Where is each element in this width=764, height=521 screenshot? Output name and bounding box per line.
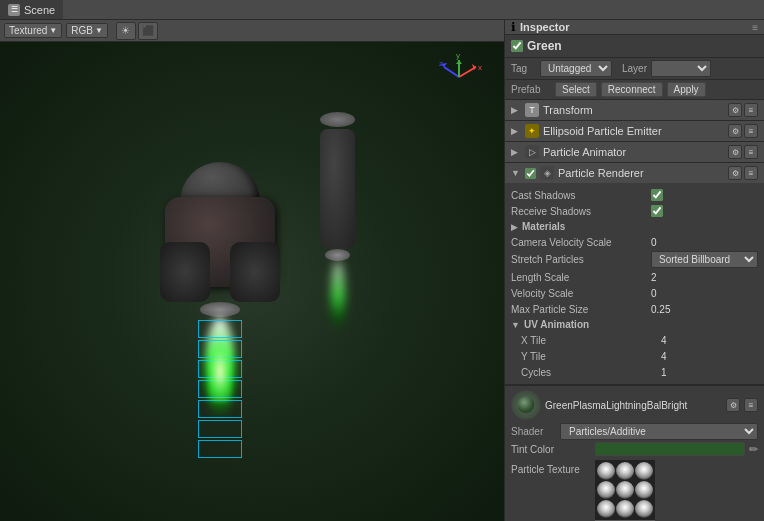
camera-velocity-scale-value[interactable]: 0 <box>651 237 758 248</box>
camera-velocity-scale-label: Camera Velocity Scale <box>511 237 651 248</box>
prefab-reconnect-button[interactable]: Reconnect <box>601 82 663 97</box>
svg-text:y: y <box>456 52 460 60</box>
shader-row: Shader Particles/Additive <box>511 423 758 440</box>
sprite-cell-5 <box>616 481 634 499</box>
receive-shadows-label: Receive Shadows <box>511 206 651 217</box>
tag-dropdown[interactable]: Untagged <box>540 60 612 77</box>
svg-text:x: x <box>478 63 482 72</box>
object-enabled-checkbox[interactable] <box>511 40 523 52</box>
camera-velocity-scale-row: Camera Velocity Scale 0 <box>511 234 758 250</box>
emitter-menu-button[interactable]: ≡ <box>744 124 758 138</box>
inspector-menu-icon[interactable]: ≡ <box>752 22 758 33</box>
transform-arrow-icon: ▶ <box>511 105 521 115</box>
eyedropper-icon[interactable]: ✏ <box>749 443 758 456</box>
renderer-enabled-checkbox[interactable] <box>525 168 536 179</box>
velocity-scale-value[interactable]: 0 <box>651 288 758 299</box>
renderer-header[interactable]: ▼ ◈ Particle Renderer ⚙ ≡ <box>505 163 764 183</box>
y-tile-row: Y Tile 4 <box>511 348 758 364</box>
shader-label: Shader <box>511 426 556 437</box>
length-scale-value[interactable]: 2 <box>651 272 758 283</box>
renderer-name: Particle Renderer <box>558 167 724 179</box>
stretch-particles-row: Stretch Particles Sorted Billboard <box>511 250 758 269</box>
tint-color-row: Tint Color ✏ <box>511 440 758 458</box>
cast-shadows-checkbox[interactable] <box>651 189 663 201</box>
animator-component: ▶ ▷ Particle Animator ⚙ ≡ <box>505 142 764 163</box>
length-scale-row: Length Scale 2 <box>511 269 758 285</box>
scene-tab[interactable]: ☰ Scene <box>0 0 63 19</box>
svg-line-1 <box>444 67 459 77</box>
uv-animation-section-header[interactable]: ▼ UV Animation <box>511 317 758 332</box>
cast-shadows-label: Cast Shadows <box>511 190 651 201</box>
transform-edit-button[interactable]: ⚙ <box>728 103 742 117</box>
transform-header[interactable]: ▶ T Transform ⚙ ≡ <box>505 100 764 120</box>
animator-header[interactable]: ▶ ▷ Particle Animator ⚙ ≡ <box>505 142 764 162</box>
animator-arrow-icon: ▶ <box>511 147 521 157</box>
texture-preview[interactable]: Select <box>595 460 655 521</box>
velocity-scale-label: Velocity Scale <box>511 288 651 299</box>
y-tile-label: Y Tile <box>521 351 661 362</box>
renderer-menu-button[interactable]: ≡ <box>744 166 758 180</box>
length-scale-label: Length Scale <box>511 272 651 283</box>
material-menu-button[interactable]: ≡ <box>744 398 758 412</box>
emitter-icon: ✦ <box>525 124 539 138</box>
view-mode-dropdown[interactable]: Textured ▼ <box>4 23 62 38</box>
emitter-edit-button[interactable]: ⚙ <box>728 124 742 138</box>
materials-section-header[interactable]: ▶ Materials <box>511 219 758 234</box>
material-icon <box>511 390 541 420</box>
transform-component: ▶ T Transform ⚙ ≡ <box>505 100 764 121</box>
receive-shadows-checkbox[interactable] <box>651 205 663 217</box>
object-header: Green <box>505 35 764 58</box>
sprite-cell-3 <box>635 462 653 480</box>
transform-menu-button[interactable]: ≡ <box>744 103 758 117</box>
axis-gizmo: x z y <box>434 52 484 102</box>
sprite-cell-1 <box>597 462 615 480</box>
prefab-apply-button[interactable]: Apply <box>667 82 706 97</box>
animator-edit-button[interactable]: ⚙ <box>728 145 742 159</box>
material-header-row: GreenPlasmaLightningBalBright ⚙ ≡ <box>511 390 758 420</box>
camera-icon[interactable]: ⬛ <box>138 22 158 40</box>
view-mode-label: Textured <box>9 25 47 36</box>
max-particle-size-value[interactable]: 0.25 <box>651 304 758 315</box>
channel-label: RGB <box>71 25 93 36</box>
tint-color-label: Tint Color <box>511 444 591 455</box>
svg-point-9 <box>517 396 535 414</box>
renderer-body: Cast Shadows Receive Shadows ▶ Materials… <box>505 183 764 384</box>
shader-dropdown[interactable]: Particles/Additive <box>560 423 758 440</box>
scene-tab-icon: ☰ <box>8 4 20 16</box>
object-name: Green <box>527 39 562 53</box>
renderer-edit-button[interactable]: ⚙ <box>728 166 742 180</box>
material-edit-button[interactable]: ⚙ <box>726 398 740 412</box>
svg-marker-5 <box>456 60 462 64</box>
prefab-row: Prefab Select Reconnect Apply <box>505 80 764 100</box>
inspector-panel: ℹ Inspector ≡ Green Tag Untagged Layer P… <box>504 20 764 521</box>
tint-color-box[interactable] <box>595 442 745 456</box>
scene-canvas[interactable]: x z y <box>0 42 504 521</box>
animator-menu-button[interactable]: ≡ <box>744 145 758 159</box>
y-tile-value[interactable]: 4 <box>661 351 758 362</box>
sprite-cell-4 <box>597 481 615 499</box>
stretch-particles-label: Stretch Particles <box>511 254 651 265</box>
emitter-header[interactable]: ▶ ✦ Ellipsoid Particle Emitter ⚙ ≡ <box>505 121 764 141</box>
view-mode-arrow-icon: ▼ <box>49 26 57 35</box>
prefab-select-button[interactable]: Select <box>555 82 597 97</box>
transform-icon: T <box>525 103 539 117</box>
material-name: GreenPlasmaLightningBalBright <box>545 400 722 411</box>
shader-material-section: GreenPlasmaLightningBalBright ⚙ ≡ Shader… <box>505 385 764 521</box>
channel-dropdown[interactable]: RGB ▼ <box>66 23 108 38</box>
uv-animation-label: UV Animation <box>524 319 589 330</box>
materials-arrow-icon: ▶ <box>511 222 518 232</box>
scene-tab-label: Scene <box>24 4 55 16</box>
inspector-title: Inspector <box>520 21 570 33</box>
prefab-label: Prefab <box>511 84 551 95</box>
layer-dropdown[interactable] <box>651 60 711 77</box>
inspector-header: ℹ Inspector ≡ <box>505 20 764 35</box>
sun-icon[interactable]: ☀ <box>116 22 136 40</box>
channel-arrow-icon: ▼ <box>95 26 103 35</box>
cycles-value[interactable]: 1 <box>661 367 758 378</box>
materials-label: Materials <box>522 221 565 232</box>
stretch-particles-dropdown[interactable]: Sorted Billboard <box>651 251 758 268</box>
max-particle-size-label: Max Particle Size <box>511 304 651 315</box>
transform-name: Transform <box>543 104 724 116</box>
max-particle-size-row: Max Particle Size 0.25 <box>511 301 758 317</box>
x-tile-value[interactable]: 4 <box>661 335 758 346</box>
